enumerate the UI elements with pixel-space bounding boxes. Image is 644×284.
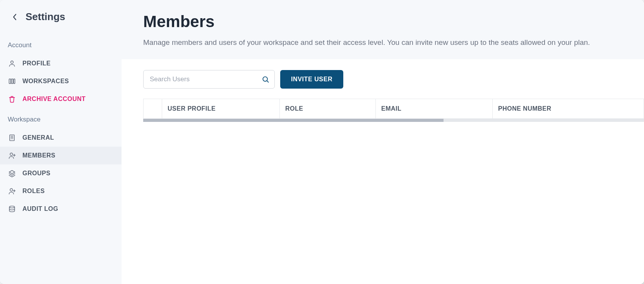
svg-rect-3 bbox=[14, 79, 15, 84]
main-header: Members Manage members and users of your… bbox=[122, 0, 644, 59]
database-icon bbox=[8, 205, 16, 213]
sidebar-item-label: ARCHIVE ACCOUNT bbox=[22, 96, 86, 103]
user-plus-icon bbox=[8, 151, 16, 160]
column-header-email[interactable]: EMAIL bbox=[375, 99, 492, 119]
column-header-role[interactable]: ROLE bbox=[279, 99, 375, 119]
members-table-container: USER PROFILE ROLE EMAIL PHONE NUMBER bbox=[122, 99, 644, 122]
main-content: Members Manage members and users of your… bbox=[122, 0, 644, 284]
trash-icon bbox=[8, 95, 16, 103]
sidebar-section-title-account: Account bbox=[0, 38, 122, 55]
sidebar-item-label: ROLES bbox=[22, 188, 45, 195]
sidebar-item-workspaces[interactable]: WORKSPACES bbox=[0, 72, 122, 90]
svg-point-5 bbox=[10, 153, 13, 156]
sidebar-item-label: AUDIT LOG bbox=[22, 205, 58, 212]
back-button[interactable] bbox=[11, 13, 19, 21]
chevron-left-icon bbox=[12, 14, 17, 21]
svg-point-0 bbox=[11, 61, 14, 63]
sidebar-item-audit-log[interactable]: AUDIT LOG bbox=[0, 200, 122, 218]
column-header-user-profile[interactable]: USER PROFILE bbox=[162, 99, 279, 119]
column-header-checkbox[interactable] bbox=[143, 99, 162, 119]
page-description: Manage members and users of your workspa… bbox=[143, 37, 608, 48]
sidebar-section-account: Account PROFILE WORKSPACES bbox=[0, 34, 122, 108]
svg-point-6 bbox=[10, 188, 13, 191]
building-icon bbox=[8, 133, 16, 142]
svg-rect-2 bbox=[11, 79, 13, 84]
search-input[interactable] bbox=[143, 70, 275, 89]
search-icon[interactable] bbox=[261, 75, 270, 84]
svg-point-7 bbox=[9, 206, 14, 208]
sidebar-section-title-workspace: Workspace bbox=[0, 112, 122, 129]
page-title: Members bbox=[143, 12, 622, 31]
toolbar: INVITE USER bbox=[122, 70, 644, 99]
user-icon bbox=[8, 59, 16, 68]
sidebar-item-roles[interactable]: ROLES bbox=[0, 182, 122, 200]
sidebar-item-profile[interactable]: PROFILE bbox=[0, 55, 122, 72]
members-table: USER PROFILE ROLE EMAIL PHONE NUMBER bbox=[143, 99, 644, 119]
sidebar-item-members[interactable]: MEMBERS bbox=[0, 147, 122, 164]
main-body: INVITE USER USER PROFILE ROLE EMAIL PHON… bbox=[122, 59, 644, 284]
settings-title: Settings bbox=[26, 11, 65, 23]
column-header-phone-number[interactable]: PHONE NUMBER bbox=[492, 99, 644, 119]
sidebar-item-label: MEMBERS bbox=[22, 152, 55, 159]
sidebar-item-label: WORKSPACES bbox=[22, 78, 69, 85]
layers-icon bbox=[8, 169, 16, 178]
sidebar-item-label: GENERAL bbox=[22, 134, 54, 141]
svg-rect-4 bbox=[10, 135, 14, 141]
sidebar-section-workspace: Workspace GENERAL MEMBERS bbox=[0, 108, 122, 218]
table-header-row: USER PROFILE ROLE EMAIL PHONE NUMBER bbox=[143, 99, 644, 119]
invite-user-button[interactable]: INVITE USER bbox=[280, 70, 343, 89]
columns-icon bbox=[8, 77, 16, 86]
sidebar-item-general[interactable]: GENERAL bbox=[0, 129, 122, 147]
sidebar-item-label: GROUPS bbox=[22, 170, 50, 177]
search-wrapper bbox=[143, 70, 275, 89]
sidebar-item-label: PROFILE bbox=[22, 60, 51, 67]
scrollbar-thumb[interactable] bbox=[143, 119, 444, 122]
svg-point-8 bbox=[263, 77, 267, 81]
user-plus-icon bbox=[8, 187, 16, 195]
sidebar-header: Settings bbox=[0, 11, 122, 34]
horizontal-scrollbar[interactable] bbox=[143, 119, 644, 122]
sidebar: Settings Account PROFILE WORKSPAC bbox=[0, 0, 122, 284]
sidebar-item-archive-account[interactable]: ARCHIVE ACCOUNT bbox=[0, 90, 122, 108]
svg-rect-1 bbox=[9, 79, 11, 84]
app-container: Settings Account PROFILE WORKSPAC bbox=[0, 0, 644, 284]
sidebar-item-groups[interactable]: GROUPS bbox=[0, 164, 122, 182]
